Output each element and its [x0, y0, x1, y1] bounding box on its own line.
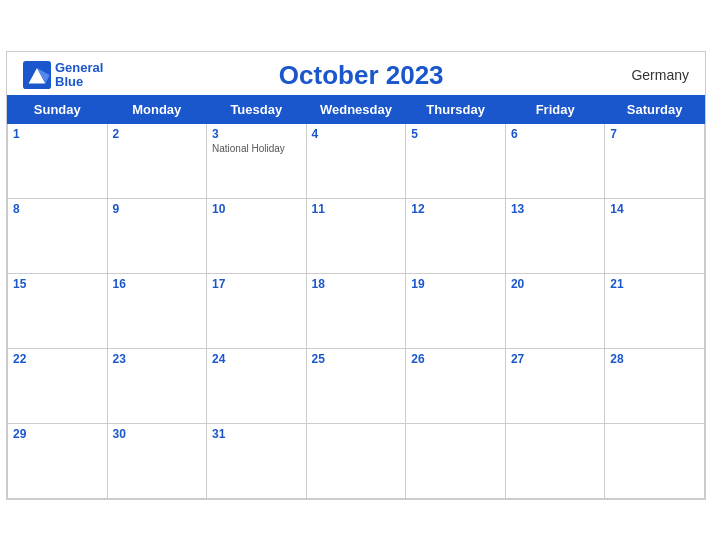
calendar-cell: 15: [8, 273, 108, 348]
calendar-body: 123National Holiday456789101112131415161…: [8, 123, 705, 498]
calendar-table: Sunday Monday Tuesday Wednesday Thursday…: [7, 95, 705, 499]
calendar-cell: 12: [406, 198, 506, 273]
day-number: 28: [610, 352, 699, 366]
day-number: 29: [13, 427, 102, 441]
day-number: 30: [113, 427, 202, 441]
calendar-cell: 31: [207, 423, 307, 498]
calendar-cell: 22: [8, 348, 108, 423]
calendar-week-row: 123National Holiday4567: [8, 123, 705, 198]
holiday-label: National Holiday: [212, 143, 301, 154]
day-number: 1: [13, 127, 102, 141]
day-number: 13: [511, 202, 599, 216]
calendar-cell: 30: [107, 423, 207, 498]
day-number: 26: [411, 352, 500, 366]
day-number: 27: [511, 352, 599, 366]
calendar-week-row: 22232425262728: [8, 348, 705, 423]
day-number: 2: [113, 127, 202, 141]
generalblue-logo-icon: [23, 61, 51, 89]
day-number: 7: [610, 127, 699, 141]
calendar-cell: 6: [505, 123, 604, 198]
calendar-cell: 14: [605, 198, 705, 273]
day-number: 25: [312, 352, 401, 366]
calendar-cell: 18: [306, 273, 406, 348]
calendar-cell: 16: [107, 273, 207, 348]
day-number: 10: [212, 202, 301, 216]
calendar-week-row: 891011121314: [8, 198, 705, 273]
country-label: Germany: [619, 67, 689, 83]
calendar-cell: 1: [8, 123, 108, 198]
calendar-cell: 9: [107, 198, 207, 273]
header-tuesday: Tuesday: [207, 95, 307, 123]
day-number: 5: [411, 127, 500, 141]
header-thursday: Thursday: [406, 95, 506, 123]
logo-area: General Blue: [23, 61, 103, 90]
calendar-cell: 5: [406, 123, 506, 198]
day-number: 9: [113, 202, 202, 216]
calendar-cell: 10: [207, 198, 307, 273]
calendar-cell: 13: [505, 198, 604, 273]
header-sunday: Sunday: [8, 95, 108, 123]
day-number: 19: [411, 277, 500, 291]
calendar-header: General Blue October 2023 Germany: [7, 52, 705, 95]
header-friday: Friday: [505, 95, 604, 123]
day-number: 31: [212, 427, 301, 441]
day-number: 3: [212, 127, 301, 141]
calendar-cell: 23: [107, 348, 207, 423]
calendar-cell: 19: [406, 273, 506, 348]
calendar-container: General Blue October 2023 Germany Sunday…: [6, 51, 706, 500]
calendar-cell: 24: [207, 348, 307, 423]
day-number: 24: [212, 352, 301, 366]
day-number: 8: [13, 202, 102, 216]
calendar-cell: 29: [8, 423, 108, 498]
calendar-cell: 4: [306, 123, 406, 198]
calendar-cell: 7: [605, 123, 705, 198]
day-number: 16: [113, 277, 202, 291]
day-number: 17: [212, 277, 301, 291]
day-number: 11: [312, 202, 401, 216]
calendar-cell: 25: [306, 348, 406, 423]
logo-text: General Blue: [55, 61, 103, 90]
header-saturday: Saturday: [605, 95, 705, 123]
day-number: 20: [511, 277, 599, 291]
month-title: October 2023: [103, 60, 619, 91]
day-number: 18: [312, 277, 401, 291]
day-number: 4: [312, 127, 401, 141]
calendar-week-row: 15161718192021: [8, 273, 705, 348]
calendar-cell: 21: [605, 273, 705, 348]
calendar-cell: 11: [306, 198, 406, 273]
day-number: 21: [610, 277, 699, 291]
calendar-cell: [406, 423, 506, 498]
calendar-cell: 20: [505, 273, 604, 348]
day-number: 6: [511, 127, 599, 141]
calendar-cell: [306, 423, 406, 498]
calendar-week-row: 293031: [8, 423, 705, 498]
weekday-header-row: Sunday Monday Tuesday Wednesday Thursday…: [8, 95, 705, 123]
day-number: 22: [13, 352, 102, 366]
calendar-cell: [605, 423, 705, 498]
header-wednesday: Wednesday: [306, 95, 406, 123]
day-number: 14: [610, 202, 699, 216]
day-number: 12: [411, 202, 500, 216]
header-monday: Monday: [107, 95, 207, 123]
calendar-cell: 17: [207, 273, 307, 348]
calendar-cell: 8: [8, 198, 108, 273]
calendar-cell: 28: [605, 348, 705, 423]
calendar-cell: 2: [107, 123, 207, 198]
calendar-cell: [505, 423, 604, 498]
day-number: 23: [113, 352, 202, 366]
calendar-cell: 27: [505, 348, 604, 423]
day-number: 15: [13, 277, 102, 291]
calendar-cell: 26: [406, 348, 506, 423]
calendar-cell: 3National Holiday: [207, 123, 307, 198]
